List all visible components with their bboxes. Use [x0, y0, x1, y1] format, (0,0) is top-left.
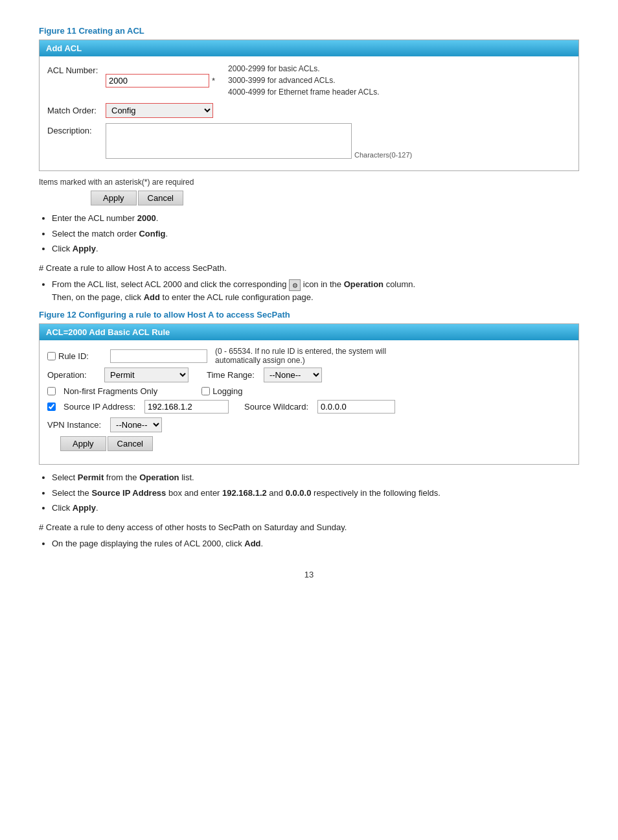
operation-label: Operation:	[47, 370, 99, 380]
add-acl-rule-header: ACL=2000 Add Basic ACL Rule	[40, 324, 578, 340]
time-range-label: Time Range:	[207, 370, 255, 380]
figure12-apply-button[interactable]: Apply	[60, 436, 106, 451]
fragments-logging-row: Non-first Fragments Only Logging	[47, 386, 571, 396]
rule-id-input[interactable]	[110, 349, 207, 363]
settings-icon: ⚙	[289, 279, 301, 291]
rule-id-hint1: (0 - 65534. If no rule ID is entered, th…	[215, 347, 386, 356]
rule-id-checkbox[interactable]	[47, 352, 56, 360]
operation-timerange-row: Operation: Permit Deny Time Range: --Non…	[47, 368, 571, 382]
acl-number-row: ACL Number: * 2000-2999 for basic ACLs. …	[47, 63, 571, 98]
hash-note1: # Create a rule to allow Host A to acces…	[39, 262, 579, 275]
bullet2-item3: Click Apply.	[52, 502, 579, 515]
add-acl-header: Add ACL	[40, 40, 578, 56]
non-first-checkbox[interactable]	[47, 387, 56, 395]
figure12-title: Figure 12 Configuring a rule to allow Ho…	[39, 310, 579, 320]
non-first-label: Non-first Fragments Only	[63, 386, 157, 396]
bullet1-item3: Click Apply.	[52, 242, 579, 255]
page-number: 13	[39, 570, 579, 579]
vpn-select[interactable]: --None--	[110, 417, 162, 432]
description-textarea[interactable]	[106, 123, 352, 159]
description-label: Description:	[47, 123, 106, 137]
acl-asterisk: *	[212, 76, 215, 86]
vpn-label: VPN Instance:	[47, 420, 101, 430]
char-count: Characters(0-127)	[354, 151, 412, 159]
match-order-row: Match Order: Config Auto	[47, 103, 571, 118]
acl-number-input[interactable]	[106, 74, 209, 88]
operation-select[interactable]: Permit Deny	[104, 368, 189, 382]
time-range-select[interactable]: --None--	[264, 368, 322, 382]
source-ip-input[interactable]	[144, 400, 229, 414]
source-ip-row: Source IP Address: Source Wildcard:	[47, 400, 571, 414]
figure12-btn-row: Apply Cancel	[47, 436, 571, 451]
logging-label: Logging	[212, 386, 242, 396]
source-wildcard-label: Source Wildcard:	[244, 402, 308, 412]
bullet-last-item: On the page displaying the rules of ACL …	[52, 537, 579, 550]
figure11-title: Figure 11 Creating an ACL	[39, 26, 579, 36]
required-note: Items marked with an asterisk(*) are req…	[39, 178, 579, 187]
rule-id-hint2: automatically assign one.)	[215, 356, 386, 365]
figure12-cancel-button[interactable]: Cancel	[108, 436, 153, 451]
bullet2-item2: Select the Source IP Address box and ent…	[52, 487, 579, 500]
source-ip-checkbox[interactable]	[47, 402, 56, 411]
rule-id-row: Rule ID: (0 - 65534. If no rule ID is en…	[47, 347, 571, 365]
logging-checkbox[interactable]	[201, 387, 210, 395]
figure11-btn-row: Apply Cancel	[39, 191, 579, 205]
description-row: Description: Characters(0-127)	[47, 123, 571, 159]
source-wildcard-input[interactable]	[317, 400, 395, 414]
bullet2-item1: Select Permit from the Operation list.	[52, 471, 579, 484]
bullet1-item2: Select the match order Config.	[52, 228, 579, 240]
acl-hint: 2000-2999 for basic ACLs. 3000-3999 for …	[228, 63, 379, 98]
add-acl-rule-panel: ACL=2000 Add Basic ACL Rule Rule ID: (0 …	[39, 323, 579, 465]
from-note-item: From the ACL list, select ACL 2000 and c…	[52, 278, 579, 303]
bullet1-item1: Enter the ACL number 2000.	[52, 212, 579, 225]
add-acl-panel: Add ACL ACL Number: * 2000-2999 for basi…	[39, 40, 579, 171]
hash-note2: # Create a rule to deny access of other …	[39, 521, 579, 534]
figure11-apply-button[interactable]: Apply	[91, 191, 137, 205]
bullet-last-list: On the page displaying the rules of ACL …	[52, 537, 579, 550]
acl-number-label: ACL Number:	[47, 63, 106, 76]
rule-id-label: Rule ID:	[58, 351, 110, 361]
match-order-label: Match Order:	[47, 103, 106, 117]
bullets2-list: Select Permit from the Operation list. S…	[52, 471, 579, 515]
from-note-list: From the ACL list, select ACL 2000 and c…	[52, 278, 579, 303]
figure11-cancel-button[interactable]: Cancel	[138, 191, 183, 205]
vpn-instance-row: VPN Instance: --None--	[47, 417, 571, 432]
source-ip-label: Source IP Address:	[63, 402, 135, 412]
bullets1-list: Enter the ACL number 2000. Select the ma…	[52, 212, 579, 255]
match-order-select[interactable]: Config Auto	[106, 103, 213, 118]
